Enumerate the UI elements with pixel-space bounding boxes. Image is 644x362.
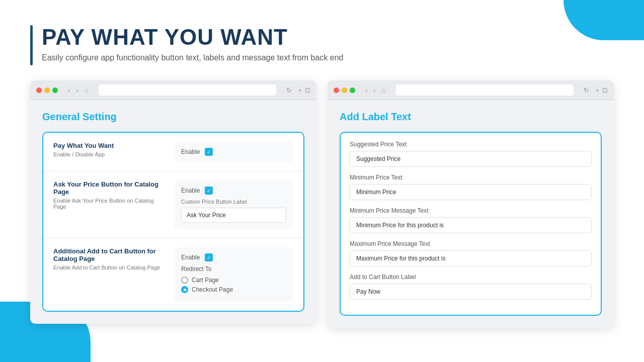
dot-green[interactable] [52,87,58,93]
page-subtitle: Easily configure app functionality butto… [42,53,343,62]
left-panel-title: General Setting [42,111,304,123]
field-group-suggested-price: Suggested Price Text [350,141,592,167]
nav-home-icon[interactable]: ⌂ [83,85,91,95]
dot-red-right[interactable] [334,87,339,93]
radio-cart-page[interactable] [181,277,188,284]
setting-row-ask-price: Ask Your Price Button for Catalog Page E… [43,171,303,238]
browser-nav-left: ‹ › ⌂ [66,85,91,95]
field-group-minimum-price: Minimum Price Text [350,174,592,200]
browser-nav-right: ‹ › ⌂ [363,85,388,95]
dot-yellow[interactable] [44,87,50,93]
field-group-add-to-cart-label: Add to Cart Button Label [350,274,592,300]
address-bar-left[interactable] [99,84,277,96]
enable-label-pwyq: Enable [181,148,200,155]
field-title-minimum-price: Minimum Price Text [350,174,592,181]
browser-actions-right: + ⊡ [595,86,608,94]
min-price-message-input[interactable] [350,217,592,233]
browser-dots-right [334,87,355,93]
checkbox-add-to-cart[interactable]: ✓ [205,253,213,261]
left-browser-window: ‹ › ⌂ ↻ + ⊡ General Setting Pay W [30,80,316,324]
radio-inner-dot [184,289,186,291]
enable-row-add-to-cart: Enable ✓ [181,253,286,261]
right-panel-title: Add Label Text [340,111,602,123]
add-to-cart-label-input[interactable] [350,284,592,300]
enable-row-ask-price: Enable ✓ [181,187,286,195]
custom-label-desc: Custom Price Button Label [181,199,286,205]
nav-forward-icon-right[interactable]: › [371,85,377,95]
enable-row-pwyq: Enable ✓ [181,148,286,156]
radio-row-cart-page: Cart Page [181,277,286,284]
suggested-price-input[interactable] [350,151,592,167]
setting-row-pay-what-you-want: Pay What You Want Enable / Disable App E… [43,133,303,171]
browser-actions-left: + ⊡ [298,86,310,94]
right-browser-window: ‹ › ⌂ ↻ + ⊡ Add Label Text Suggested Pri… [328,80,614,328]
setting-desc-add-to-cart: Enable Add to Cart Button on Catalog Pag… [53,264,164,270]
checkbox-pwyq[interactable]: ✓ [205,148,213,156]
field-title-suggested-price: Suggested Price Text [350,141,592,148]
header-accent-bar [30,25,33,65]
setting-label-pwyq: Pay What You Want Enable / Disable App [53,142,164,157]
setting-heading-add-to-cart: Additional Add to Cart Button for Catalo… [53,247,164,262]
right-browser-toolbar: ‹ › ⌂ ↻ + ⊡ [328,80,614,100]
setting-heading-ask-price: Ask Your Price Button for Catalog Page [53,180,164,196]
nav-home-icon-right[interactable]: ⌂ [380,85,388,95]
radio-checkout-page-label: Checkout Page [192,286,233,293]
browser-dots-left [36,87,58,93]
browsers-container: ‹ › ⌂ ↻ + ⊡ General Setting Pay W [30,80,614,328]
radio-cart-page-label: Cart Page [192,277,219,284]
redirect-to-label: Redirect To [181,265,286,273]
setting-label-ask-price: Ask Your Price Button for Catalog Page E… [53,180,164,210]
general-settings-panel: Pay What You Want Enable / Disable App E… [42,132,304,312]
enable-label-add-to-cart: Enable [181,254,200,261]
page-title: PAY WHAT YOU WANT [42,25,343,49]
add-tab-icon[interactable]: + [298,86,302,94]
dot-red[interactable] [36,87,42,93]
radio-checkout-page[interactable] [181,286,188,293]
setting-control-pwyq: Enable ✓ [174,142,293,162]
field-title-add-to-cart-label: Add to Cart Button Label [350,274,592,281]
setting-desc-pwyq: Enable / Disable App [53,151,164,157]
setting-heading-pwyq: Pay What You Want [53,142,164,149]
field-title-min-price-message: Minimum Price Message Text [350,207,592,214]
refresh-icon-left[interactable]: ↻ [284,85,294,95]
custom-price-button-input[interactable] [181,208,286,223]
page-header: PAY WHAT YOU WANT Easily configure app f… [30,25,614,65]
left-browser-content: General Setting Pay What You Want Enable… [30,100,316,324]
setting-desc-ask-price: Enable Ask Your Price Button on Catalog … [53,198,164,210]
add-label-text-panel: Suggested Price Text Minimum Price Text … [340,132,602,316]
enable-label-ask-price: Enable [181,187,200,194]
setting-control-add-to-cart: Enable ✓ Redirect To Cart Page [174,247,293,302]
right-browser-content: Add Label Text Suggested Price Text Mini… [328,100,614,328]
add-tab-icon-right[interactable]: + [595,86,599,94]
nav-back-icon[interactable]: ‹ [66,85,72,95]
setting-label-add-to-cart: Additional Add to Cart Button for Catalo… [53,247,164,270]
max-price-message-input[interactable] [350,250,592,266]
field-title-max-price-message: Maximum Price Message Text [350,240,592,247]
dot-yellow-right[interactable] [342,87,347,93]
field-group-max-price-message: Maximum Price Message Text [350,240,592,266]
nav-back-icon-right[interactable]: ‹ [363,85,369,95]
menu-icon-right[interactable]: ⊡ [602,86,608,94]
minimum-price-input[interactable] [350,184,592,200]
left-browser-toolbar: ‹ › ⌂ ↻ + ⊡ [30,80,316,100]
field-group-min-price-message: Minimum Price Message Text [350,207,592,233]
setting-row-add-to-cart: Additional Add to Cart Button for Catalo… [43,238,303,311]
refresh-icon-right[interactable]: ↻ [582,85,591,95]
dot-green-right[interactable] [350,87,355,93]
radio-row-checkout-page: Checkout Page [181,286,286,293]
nav-forward-icon[interactable]: › [74,85,80,95]
menu-icon[interactable]: ⊡ [305,86,310,94]
checkbox-ask-price[interactable]: ✓ [205,187,213,195]
address-bar-right[interactable] [396,84,574,96]
setting-control-ask-price: Enable ✓ Custom Price Button Label [174,180,293,229]
